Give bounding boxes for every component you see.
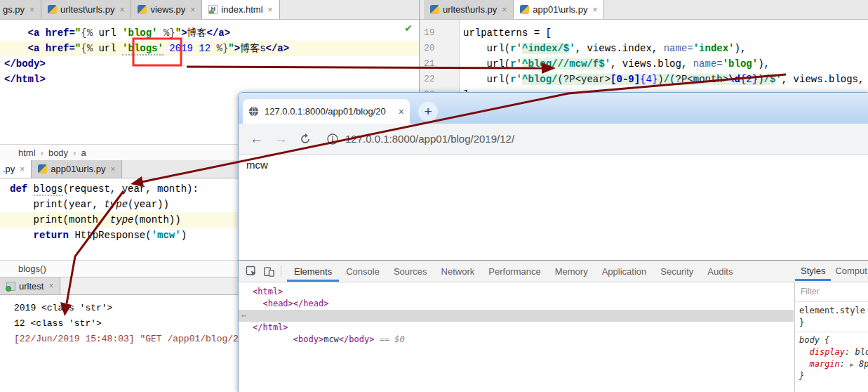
style-rule-line[interactable]: element.style {: [799, 305, 868, 317]
tab-label: gs.py: [3, 4, 25, 15]
tab-label: index.html: [221, 4, 262, 15]
devtools-toolbar: Elements Console Sources Network Perform…: [239, 261, 868, 282]
urls-editor[interactable]: 19 20 21 22 23 urlpatterns = [ url(r'^in…: [420, 20, 868, 93]
close-icon[interactable]: ×: [190, 5, 195, 15]
code-line: return HttpResponse('mcw'): [10, 228, 187, 243]
close-icon[interactable]: ×: [119, 5, 124, 15]
code-line: <a href="{% url 'blogs' 2019 12 %}">博客s<…: [4, 41, 289, 56]
devtools-tab-application[interactable]: Application: [595, 261, 654, 282]
tab-gs-py[interactable]: gs.py ×: [0, 0, 41, 19]
devtools-tab-audits[interactable]: Audits: [700, 261, 740, 282]
code-line: url(r'^blog///mcw/f$', views.blog, name=…: [463, 56, 770, 72]
views-editor[interactable]: def blogs(request, year, month): print(y…: [0, 178, 248, 260]
devtools-tab-elements[interactable]: Elements: [287, 261, 339, 282]
code-line: print(year, type(year)): [10, 197, 169, 212]
new-tab-button[interactable]: +: [418, 102, 438, 122]
close-icon[interactable]: ×: [48, 281, 53, 291]
run-toolwindow-tabbar: urltest ×: [0, 277, 248, 295]
editor-tabbar: .py × app01\urls.py ×: [0, 160, 248, 178]
ide-top-right-panel: urltest\urls.py × app01\urls.py × 19 20 …: [420, 0, 868, 93]
code-line: </body>: [4, 56, 46, 72]
browser-window: 127.0.0.1:8000/app01/blog/20 × + ← → 127…: [238, 92, 868, 392]
tab-label: .py: [3, 164, 15, 174]
breadcrumb-separator: ›: [41, 148, 44, 158]
devtools-tab-performance[interactable]: Performance: [481, 261, 547, 282]
close-icon[interactable]: ×: [110, 164, 115, 174]
tab-app01-urls-py[interactable]: app01\urls.py ×: [32, 160, 122, 178]
tab-label: app01\urls.py: [533, 4, 587, 15]
style-rule-line[interactable]: }: [799, 370, 804, 382]
close-icon[interactable]: ×: [399, 106, 404, 117]
close-icon[interactable]: ×: [502, 5, 507, 15]
forward-icon[interactable]: →: [274, 131, 288, 147]
dom-node-body-selected[interactable]: ⋯ <body>mcw</body> == $0: [239, 310, 794, 322]
run-tab-urltest[interactable]: urltest ×: [0, 277, 60, 294]
tab-index-html[interactable]: H index.html ×: [202, 0, 279, 19]
address-bar[interactable]: 127.0.0.1:8000/app01/blog/2019/12/: [345, 133, 514, 145]
computed-tab[interactable]: Comput: [831, 261, 868, 281]
dom-node-head[interactable]: <head></head>: [239, 298, 794, 310]
code-line: print(month, type(month)): [10, 212, 181, 228]
style-rule-line[interactable]: margin: ▶ 8px,: [799, 358, 868, 370]
close-icon[interactable]: ×: [268, 5, 273, 15]
breadcrumb-item-blogs[interactable]: blogs(): [18, 263, 46, 274]
tab-label: app01\urls.py: [51, 164, 105, 174]
line-number: 20: [424, 41, 435, 56]
elements-tree: <html> <head></head> ⋯ <body>mcw</body> …: [239, 282, 794, 392]
close-icon[interactable]: ×: [29, 5, 34, 15]
code-line: def blogs(request, year, month):: [10, 181, 199, 197]
tab-app01-urls-py[interactable]: app01\urls.py ×: [514, 0, 604, 19]
close-icon[interactable]: ×: [592, 5, 597, 15]
devtools-tab-network[interactable]: Network: [434, 261, 482, 282]
style-rule-line[interactable]: }: [799, 317, 804, 329]
devtools-tab-security[interactable]: Security: [653, 261, 700, 282]
line-number-gutter: 19 20 21 22 23: [420, 20, 460, 93]
python-file-icon: [138, 5, 147, 14]
run-config-icon: [6, 282, 15, 291]
console-line: 2019 <class 'str'>: [14, 301, 112, 316]
inspect-icon[interactable]: [246, 266, 258, 277]
tab-views-py-truncated[interactable]: .py ×: [0, 160, 32, 178]
page-body-text: mcw: [246, 159, 268, 171]
reload-icon[interactable]: [299, 133, 312, 145]
styles-filter-input[interactable]: Filter: [795, 282, 868, 302]
dom-node-html-open[interactable]: <html>: [239, 286, 794, 298]
info-icon[interactable]: [327, 133, 338, 145]
rule-divider: [795, 332, 868, 332]
editor-tabbar: gs.py × urltest\urls.py × views.py × H i…: [0, 0, 420, 20]
html-file-icon: H: [208, 5, 218, 14]
browser-tab-title: 127.0.0.1:8000/app01/blog/20: [265, 106, 393, 117]
tab-urltest-urls-py[interactable]: urltest\urls.py ×: [424, 0, 514, 19]
devtools-tab-console[interactable]: Console: [339, 261, 387, 282]
breadcrumb-item-body[interactable]: body: [48, 148, 68, 158]
run-tab-label: urltest: [19, 281, 44, 292]
python-file-icon: [48, 5, 57, 14]
devtools-tab-memory[interactable]: Memory: [548, 261, 595, 282]
editor-tabbar: urltest\urls.py × app01\urls.py ×: [420, 0, 868, 20]
ellipsis-gutter-icon[interactable]: ⋯: [241, 310, 246, 322]
python-file-icon: [520, 5, 529, 14]
tab-urltest-urls-py[interactable]: urltest\urls.py ×: [41, 0, 131, 19]
python-file-icon: [38, 164, 47, 174]
code-line: url(r'^index/$', views.index, name='inde…: [463, 41, 746, 56]
styles-tab[interactable]: Styles: [795, 261, 831, 281]
console-line: 12 <class 'str'>: [14, 316, 102, 332]
style-rule-line[interactable]: body {: [799, 334, 829, 346]
dom-node-html-close[interactable]: </html>: [239, 322, 794, 334]
style-rule-line[interactable]: display: bloc: [799, 346, 868, 358]
device-toolbar-icon[interactable]: [263, 266, 275, 277]
inspection-ok-icon[interactable]: ✔: [404, 22, 413, 34]
line-number: 19: [424, 25, 435, 41]
breadcrumb-item-a[interactable]: a: [81, 148, 86, 158]
tab-views-py[interactable]: views.py ×: [131, 0, 202, 19]
breadcrumb-item-html[interactable]: html: [18, 148, 36, 158]
tab-label: urltest\urls.py: [443, 4, 497, 15]
devtools-tab-sources[interactable]: Sources: [387, 261, 434, 282]
back-icon[interactable]: ←: [250, 131, 263, 147]
tab-label: urltest\urls.py: [60, 4, 114, 15]
code-line: </html>: [4, 72, 46, 87]
close-icon[interactable]: ×: [20, 164, 25, 174]
browser-tab[interactable]: 127.0.0.1:8000/app01/blog/20 ×: [243, 99, 410, 124]
devtools-panel: Elements Console Sources Network Perform…: [239, 260, 868, 392]
run-console[interactable]: 2019 <class 'str'> 12 <class 'str'> [22/…: [0, 295, 248, 392]
